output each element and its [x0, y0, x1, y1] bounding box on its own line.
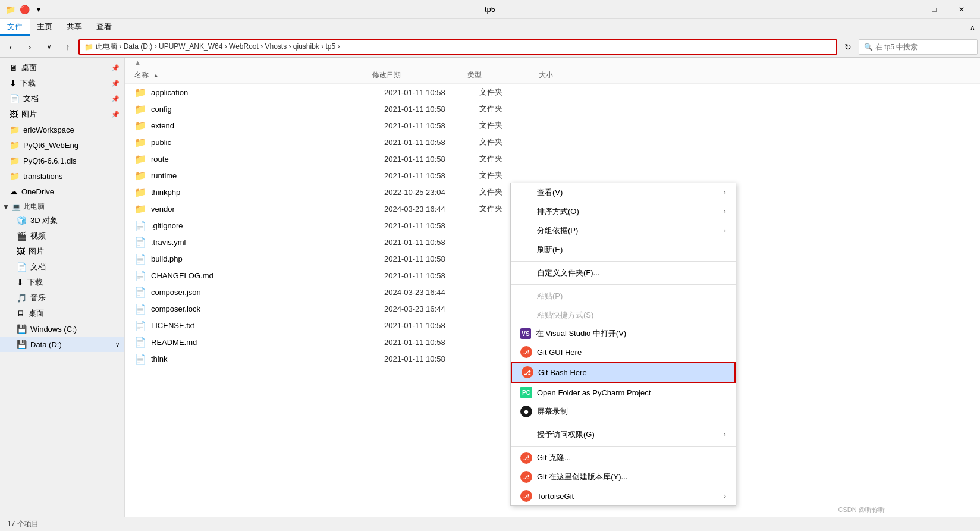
cm-item-refresh[interactable]: 刷新(E)	[511, 240, 736, 259]
cm-label-pycharm: Open Folder as PyCharm Project	[537, 388, 651, 397]
list-item[interactable]: 📁 route 2021-01-11 10:58 文件夹	[125, 150, 980, 167]
cm-item-sort[interactable]: 排序方式(O) ›	[511, 202, 736, 221]
file-icon: 📄	[134, 337, 146, 348]
cm-item-tortoisegit[interactable]: ⎇ TortoiseGit ›	[511, 486, 736, 505]
folder-icon: 📁	[134, 87, 146, 98]
col-name[interactable]: 名称 ▲	[134, 70, 372, 80]
cm-item-view[interactable]: 查看(V) ›	[511, 183, 736, 202]
sidebar-item-pictures[interactable]: 🖼 图片 📌	[0, 106, 124, 122]
file-date: 2021-01-11 10:58	[384, 238, 479, 247]
cm-divider	[511, 284, 736, 285]
tab-home[interactable]: 主页	[30, 19, 59, 36]
cm-item-git-clone[interactable]: ⎇ Git 克隆...	[511, 448, 736, 467]
file-date: 2022-10-25 23:04	[384, 188, 479, 197]
sidebar-label-docs: 文档	[30, 262, 46, 272]
folder-icon: 📁	[134, 203, 146, 215]
cm-item-access[interactable]: 授予访问权限(G) ›	[511, 425, 736, 444]
sidebar-item-pyqt6-dis[interactable]: 📁 PyQt6-6.6.1.dis	[0, 153, 124, 168]
minimize-button[interactable]: ─	[893, 0, 921, 19]
close-button[interactable]: ✕	[948, 0, 975, 19]
sidebar-item-docs[interactable]: 📄 文档	[0, 259, 124, 275]
sidebar-item-3d[interactable]: 🧊 3D 对象	[0, 213, 124, 228]
sidebar-item-dl[interactable]: ⬇ 下载	[0, 275, 124, 290]
cm-item-vs[interactable]: VS 在 Visual Studio 中打开(V)	[511, 325, 736, 343]
window-title: tp5	[0, 5, 980, 14]
sidebar-item-music[interactable]: 🎵 音乐	[0, 290, 124, 306]
dl-icon: ⬇	[17, 278, 24, 287]
file-icon: 📄	[134, 270, 146, 281]
file-type: 文件夹	[479, 170, 551, 181]
cm-label-git-gui: Git GUI Here	[537, 348, 582, 357]
pin-icon: 📌	[111, 80, 120, 87]
refresh-button[interactable]: ↻	[840, 39, 856, 55]
list-item[interactable]: 📁 runtime 2021-01-11 10:58 文件夹	[125, 167, 980, 184]
sidebar-label-dsk: 桌面	[29, 308, 44, 319]
file-type: 文件夹	[479, 103, 551, 114]
back-button[interactable]: ‹	[2, 39, 19, 55]
file-icon: 📄	[134, 303, 146, 315]
sidebar-label-pics: 图片	[29, 246, 44, 257]
sidebar-item-video[interactable]: 🎬 视频	[0, 228, 124, 244]
sidebar-item-onedrive[interactable]: ☁ OneDrive	[0, 184, 124, 199]
addressbar[interactable]: 📁 此电脑 › Data (D:) › UPUPW_ANK_W64 › WebR…	[78, 39, 837, 55]
sidebar-item-documents[interactable]: 📄 文档 📌	[0, 91, 124, 106]
context-menu: 查看(V) › 排序方式(O) › 分组依据(P) › 刷新(E) 自定义文件夹…	[510, 183, 736, 506]
list-item[interactable]: 📁 application 2021-01-11 10:58 文件夹	[125, 84, 980, 100]
ribbon-expand-icon[interactable]: ∧	[970, 23, 975, 32]
cm-item-group[interactable]: 分组依据(P) ›	[511, 221, 736, 240]
sidebar-label-3d: 3D 对象	[30, 215, 58, 226]
file-name: runtime	[151, 171, 384, 180]
list-item[interactable]: 📁 public 2021-01-11 10:58 文件夹	[125, 134, 980, 150]
cm-item-customize[interactable]: 自定义文件夹(F)...	[511, 263, 736, 282]
sidebar-item-downloads[interactable]: ⬇ 下载 📌	[0, 76, 124, 91]
maximize-button[interactable]: □	[921, 0, 948, 19]
file-name: CHANGELOG.md	[151, 271, 384, 280]
list-item[interactable]: 📁 config 2021-01-11 10:58 文件夹	[125, 100, 980, 117]
col-type[interactable]: 类型	[467, 70, 539, 80]
folder-icon: 📁	[134, 103, 146, 115]
sidebar-item-drive-d[interactable]: 💾 Data (D:) ∨	[0, 337, 124, 352]
sidebar-item-pyqt6-webeng[interactable]: 📁 PyQt6_WebEng	[0, 137, 124, 153]
folder-icon: 📁	[10, 140, 20, 150]
file-icon: 📄	[134, 287, 146, 298]
search-input[interactable]	[875, 43, 972, 51]
sidebar-item-pics[interactable]: 🖼 图片	[0, 244, 124, 259]
tab-share[interactable]: 共享	[59, 19, 89, 36]
sidebar-label-ericworkspace: ericWorkspace	[23, 125, 74, 134]
up-button[interactable]: ↑	[59, 39, 76, 55]
list-item[interactable]: 📁 extend 2021-01-11 10:58 文件夹	[125, 117, 980, 134]
cm-item-paste[interactable]: 粘贴(P)	[511, 287, 736, 306]
cm-item-record[interactable]: ⏺ 屏幕录制	[511, 402, 736, 421]
sidebar-section-thispc[interactable]: ▼ 💻 此电脑	[0, 199, 124, 213]
tab-view[interactable]: 查看	[89, 19, 119, 36]
cm-label-paste: 粘贴(P)	[537, 291, 563, 301]
sidebar-item-ericworkspace[interactable]: 📁 ericWorkspace	[0, 122, 124, 137]
recent-button[interactable]: ∨	[40, 39, 57, 55]
file-date: 2024-03-23 16:44	[384, 304, 479, 313]
cm-item-pycharm[interactable]: PC Open Folder as PyCharm Project	[511, 383, 736, 402]
3d-icon: 🧊	[17, 216, 27, 225]
file-icon: 📄	[134, 253, 146, 265]
cm-label-access: 授予访问权限(G)	[537, 429, 595, 440]
cm-item-paste-shortcut[interactable]: 粘贴快捷方式(S)	[511, 306, 736, 325]
pin-icon: 📌	[111, 64, 120, 72]
folder-icon: 📁	[10, 125, 20, 134]
music-icon: 🎵	[17, 293, 27, 303]
file-name: build.php	[151, 254, 384, 263]
forward-button[interactable]: ›	[21, 39, 38, 55]
docs-icon: 📄	[17, 262, 27, 272]
sidebar-item-drive-c[interactable]: 💾 Windows (C:)	[0, 321, 124, 337]
tab-file[interactable]: 文件	[0, 19, 30, 36]
cm-item-git-gui[interactable]: ⎇ Git GUI Here	[511, 343, 736, 362]
cm-item-git-bash[interactable]: ⎇ Git Bash Here	[511, 362, 736, 383]
col-size[interactable]: 大小	[539, 70, 586, 80]
file-date: 2021-01-11 10:58	[384, 138, 479, 147]
drive-d-icon: 💾	[17, 340, 27, 349]
paste-icon	[520, 290, 532, 302]
cm-item-git-init[interactable]: ⎇ Git 在这里创建版本库(Y)...	[511, 467, 736, 486]
dsk-icon: 🖥	[17, 309, 25, 318]
col-date[interactable]: 修改日期	[372, 70, 467, 80]
sidebar-item-dsk[interactable]: 🖥 桌面	[0, 306, 124, 321]
sidebar-item-desktop[interactable]: 🖥 桌面 📌	[0, 60, 124, 76]
sidebar-item-translations[interactable]: 📁 translations	[0, 168, 124, 184]
